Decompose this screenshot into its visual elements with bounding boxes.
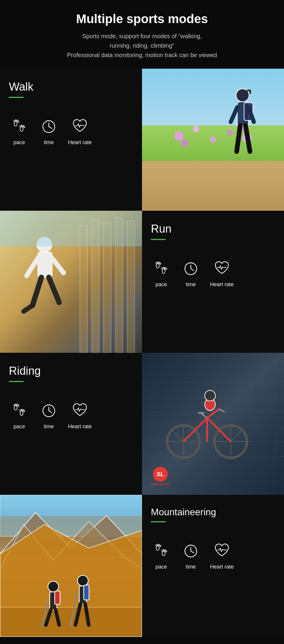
svg-point-51 — [18, 405, 19, 407]
shaolin-logo-circle: SL — [153, 467, 168, 482]
walk-person-silhouette — [225, 83, 254, 178]
svg-rect-93 — [55, 591, 60, 604]
riding-pace-item: pace — [9, 400, 30, 430]
svg-line-26 — [49, 277, 59, 302]
walk-time-label: time — [44, 139, 54, 146]
svg-point-112 — [166, 551, 167, 552]
mountaineering-pace-label: pace — [155, 564, 167, 570]
run-time-label: time — [186, 281, 196, 288]
svg-rect-28 — [80, 226, 87, 353]
run-person-silhouette — [18, 234, 71, 329]
mountaineering-divider — [151, 521, 166, 522]
svg-line-25 — [33, 277, 41, 305]
svg-line-45 — [191, 269, 194, 271]
subtitle-line1: Sports mode, support four modes of "walk… — [82, 33, 202, 39]
svg-rect-29 — [92, 220, 99, 353]
mountain-photo — [0, 495, 142, 637]
riding-pace-icon — [9, 400, 30, 421]
svg-line-77 — [183, 418, 207, 442]
svg-rect-32 — [127, 221, 135, 353]
svg-line-27 — [24, 305, 33, 311]
mountaineering-heartrate-icon — [212, 540, 232, 561]
svg-line-81 — [219, 409, 225, 412]
subtitle-line3: Professional data monitoring, motion tra… — [67, 52, 217, 58]
riding-heartrate-icon — [70, 400, 90, 421]
svg-rect-30 — [104, 223, 111, 353]
riding-heartrate-item: Heart rate — [68, 400, 92, 430]
svg-line-23 — [27, 258, 38, 276]
svg-point-109 — [162, 550, 163, 552]
row-walk: Walk — [0, 69, 284, 211]
walk-photo-sky — [142, 69, 284, 125]
row-mountaineering: Mountaineering — [0, 495, 284, 637]
walk-heartrate-label: Heart rate — [68, 139, 92, 146]
header-subtitle: Sports mode, support four modes of "walk… — [18, 31, 266, 60]
row-run: Run p — [0, 211, 284, 353]
page-title: Multiple sports modes — [18, 12, 266, 26]
riding-pace-label: pace — [13, 424, 25, 430]
walk-pace-icon — [9, 116, 30, 136]
mountaineering-time-icon — [180, 540, 201, 561]
riding-icons-row: pace time — [9, 400, 133, 430]
mountaineering-time-item: time — [180, 540, 201, 570]
svg-rect-22 — [38, 252, 52, 277]
riding-time-label: time — [44, 424, 54, 430]
riding-info-cell: Riding — [0, 353, 142, 495]
svg-point-53 — [20, 410, 21, 411]
svg-point-42 — [166, 268, 167, 270]
run-pace-label: pace — [155, 281, 167, 288]
svg-point-97 — [78, 575, 88, 586]
svg-point-104 — [156, 545, 157, 546]
run-photo — [0, 211, 142, 353]
riding-time-icon — [38, 400, 59, 421]
run-info-cell: Run p — [142, 211, 284, 353]
run-heartrate-item: Heart rate — [210, 258, 234, 288]
run-icons-row: pace time — [151, 258, 275, 288]
walk-heartrate-icon — [70, 116, 90, 136]
run-divider — [151, 239, 166, 240]
mountaineering-pace-icon — [151, 540, 172, 561]
svg-point-105 — [157, 544, 159, 546]
mountaineering-heartrate-label: Heart rate — [210, 564, 234, 570]
walk-icons-row: pace time — [9, 116, 133, 146]
svg-point-1 — [14, 120, 15, 122]
mountain-scene — [0, 495, 142, 637]
row-riding: Riding — [0, 353, 284, 495]
riding-title: Riding — [9, 365, 133, 377]
svg-point-35 — [157, 262, 159, 263]
svg-point-21 — [37, 237, 52, 252]
svg-point-54 — [21, 409, 22, 411]
svg-point-56 — [24, 410, 25, 412]
run-pace-icon — [151, 258, 172, 278]
riding-heartrate-label: Heart rate — [68, 424, 92, 430]
svg-line-82 — [201, 413, 207, 418]
svg-line-75 — [231, 430, 242, 442]
mountaineering-time-label: time — [186, 564, 196, 570]
svg-point-110 — [163, 550, 164, 551]
subtitle-line2: running, riding, climbing" — [110, 42, 174, 49]
walk-info-cell: Walk — [0, 69, 142, 211]
walk-time-icon — [38, 116, 59, 136]
svg-point-40 — [163, 267, 164, 269]
svg-point-91 — [48, 581, 59, 592]
svg-point-4 — [18, 121, 19, 123]
run-building-bg — [77, 211, 142, 353]
run-title: Run — [151, 223, 275, 235]
ride-cyclist-silhouette — [166, 382, 248, 465]
svg-line-19 — [237, 125, 240, 152]
svg-marker-90 — [0, 524, 142, 637]
svg-rect-99 — [84, 585, 89, 600]
svg-line-17 — [231, 107, 237, 122]
svg-point-37 — [160, 263, 161, 265]
svg-point-107 — [160, 545, 161, 547]
svg-point-49 — [15, 404, 17, 405]
svg-point-48 — [14, 404, 15, 406]
ride-photo: SL SHAOLIN — [142, 353, 284, 495]
mountaineering-icons-row: pace time — [151, 540, 275, 570]
shaolin-logo: SL SHAOLIN — [151, 467, 170, 486]
walk-time-item: time — [38, 116, 59, 146]
svg-line-78 — [207, 418, 231, 442]
walk-photo-path — [142, 161, 284, 211]
svg-point-9 — [24, 126, 25, 128]
shaolin-logo-letters: SL — [156, 471, 164, 478]
